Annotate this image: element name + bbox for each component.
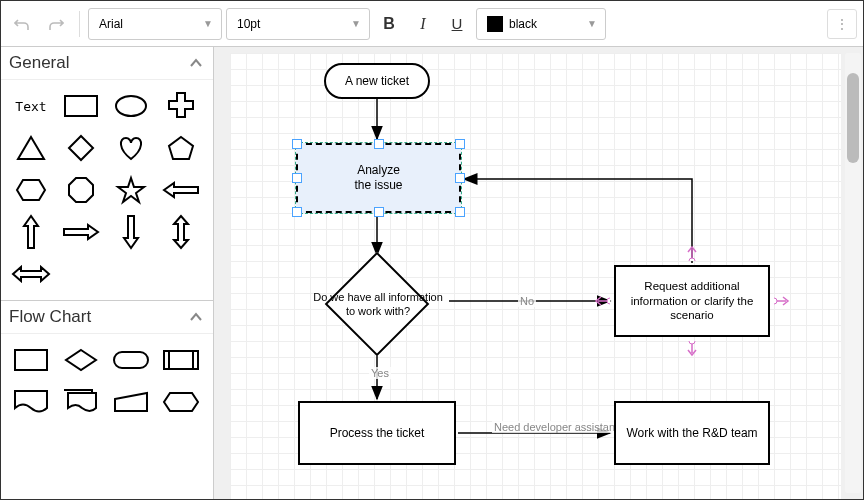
selection-handle[interactable] [292,173,302,183]
caret-down-icon: ▼ [351,18,361,29]
selection-handle[interactable] [292,139,302,149]
connection-handle-right[interactable] [774,295,792,310]
node-analyze[interactable]: Analyze the issue [296,143,461,213]
shape-text[interactable]: Text [9,88,53,124]
bold-button[interactable]: B [374,9,404,39]
more-menu-button[interactable]: ⋮ [827,9,857,39]
section-title: Flow Chart [9,307,91,327]
node-label: Analyze the issue [354,163,402,193]
shape-cross[interactable] [159,88,203,124]
font-family-select[interactable]: Arial ▼ [88,8,222,40]
node-label: A new ticket [345,74,409,89]
chevron-up-icon [189,307,203,327]
shape-decision[interactable] [59,342,103,378]
shape-process[interactable] [9,342,53,378]
selection-handle[interactable] [455,139,465,149]
svg-point-12 [689,258,695,261]
node-label: Work with the R&D team [626,426,757,441]
shape-arrow-leftright[interactable] [9,256,53,292]
shape-arrow-down[interactable] [109,214,153,250]
vertical-scrollbar[interactable] [845,53,861,493]
italic-icon: I [420,15,425,33]
redo-button[interactable] [41,9,71,39]
svg-point-1 [116,96,146,116]
edge-label-yes: Yes [369,367,391,379]
shape-arrow-updown[interactable] [159,214,203,250]
font-family-value: Arial [99,17,123,31]
section-flowchart[interactable]: Flow Chart [1,300,213,334]
selection-handle[interactable] [292,207,302,217]
bold-icon: B [383,15,395,33]
shape-star[interactable] [109,172,153,208]
caret-down-icon: ▼ [203,18,213,29]
shape-diamond[interactable] [59,130,103,166]
section-title: General [9,53,69,73]
svg-point-14 [607,298,610,304]
font-size-select[interactable]: 10pt ▼ [226,8,370,40]
selection-handle[interactable] [455,173,465,183]
vertical-dots-icon: ⋮ [836,17,848,31]
shape-predefined[interactable] [159,342,203,378]
selection-handle[interactable] [455,207,465,217]
selection-handle[interactable] [374,207,384,217]
font-size-value: 10pt [237,17,260,31]
color-label: black [509,17,537,31]
connection-handle-down[interactable] [686,341,698,362]
caret-down-icon: ▼ [587,18,597,29]
selection-handle[interactable] [374,139,384,149]
svg-rect-0 [65,96,97,116]
edge-label-no: No [518,295,536,307]
node-start[interactable]: A new ticket [324,63,430,99]
underline-button[interactable]: U [442,9,472,39]
svg-point-15 [774,298,777,304]
shape-heart[interactable] [109,130,153,166]
italic-button[interactable]: I [408,9,438,39]
scrollbar-thumb[interactable] [847,73,859,163]
shape-octagon[interactable] [59,172,103,208]
connection-handle-up[interactable] [686,243,698,264]
shape-arrow-right[interactable] [59,214,103,250]
shape-arrow-up[interactable] [9,214,53,250]
node-label: Do we have all information to work with? [313,291,443,319]
canvas-area: A new ticket Analyze the issue Do we hav… [214,47,863,499]
shape-triangle[interactable] [9,130,53,166]
text-color-select[interactable]: black ▼ [476,8,606,40]
node-process[interactable]: Process the ticket [298,401,456,465]
node-request[interactable]: Request additional information or clarif… [614,265,770,337]
flowchart-shapes-grid [1,334,213,428]
shape-pentagon[interactable] [159,130,203,166]
connection-handle-left[interactable] [592,295,610,310]
shape-ellipse[interactable] [109,88,153,124]
shape-sidebar: General Text Flow Chart [1,47,214,499]
node-label: Process the ticket [330,426,425,441]
shape-terminator[interactable] [109,342,153,378]
svg-rect-2 [15,350,47,370]
shape-hexagon[interactable] [9,172,53,208]
general-shapes-grid: Text [1,80,213,300]
shape-document[interactable] [9,384,53,420]
shape-manual-input[interactable] [109,384,153,420]
separator [79,11,80,37]
main: General Text Flow Chart [1,47,863,499]
shape-rectangle[interactable] [59,88,103,124]
shape-arrow-left[interactable] [159,172,203,208]
underline-icon: U [452,15,463,32]
shape-preparation[interactable] [159,384,203,420]
shape-multidoc[interactable] [59,384,103,420]
color-swatch [487,16,503,32]
node-rnd[interactable]: Work with the R&D team [614,401,770,465]
node-decision-info[interactable]: Do we have all information to work with? [308,255,448,355]
section-general[interactable]: General [1,47,213,80]
svg-rect-3 [114,352,148,368]
undo-button[interactable] [7,9,37,39]
node-label: Request additional information or clarif… [620,279,764,322]
svg-point-13 [689,341,695,344]
diagram-canvas[interactable]: A new ticket Analyze the issue Do we hav… [230,53,841,499]
chevron-up-icon [189,53,203,73]
toolbar: Arial ▼ 10pt ▼ B I U black ▼ ⋮ [1,1,863,47]
